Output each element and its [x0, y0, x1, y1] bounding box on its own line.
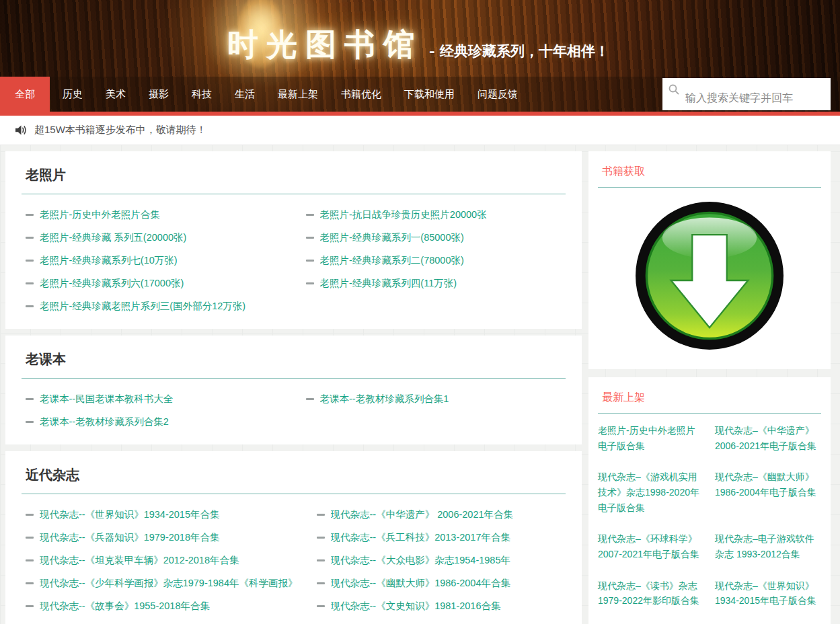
- site-header: 时光图书馆 - 经典珍藏系列，十年相伴！ 全部 历史 美术 摄影 科技 生活 最…: [0, 0, 840, 116]
- book-link[interactable]: 现代杂志--《文史知识》1981-2016合集: [331, 600, 501, 613]
- dash-icon: [26, 260, 34, 262]
- list-item: 现代杂志--《少年科学画报》杂志1979-1984年《科学画报》: [26, 577, 298, 590]
- list-item: 现代杂志--《世界知识》1934-2015年合集: [26, 508, 298, 521]
- list-item: 现代杂志--《幽默大师》1986-2004年合集: [317, 577, 568, 590]
- main-column: 老照片 老照片-历史中外老照片合集 老照片-抗日战争珍贵历史照片20000张 老…: [5, 151, 582, 624]
- list-item: 老照片-经典珍藏系列二(78000张): [306, 254, 568, 267]
- book-link[interactable]: 老照片-经典珍藏系列二(78000张): [320, 254, 464, 267]
- main-nav: 全部 历史 美术 摄影 科技 生活 最新上架 书籍优化 下载和使用 问题反馈: [0, 77, 840, 116]
- book-link[interactable]: 现代杂志--《中华遗产》 2006-2021年合集: [331, 508, 514, 521]
- book-link[interactable]: 老照片-经典珍藏系列七(10万张): [40, 254, 178, 267]
- section-title: 老照片: [26, 166, 567, 184]
- section-divider: [22, 194, 566, 194]
- dash-icon: [317, 537, 325, 539]
- dash-icon: [26, 514, 34, 516]
- list-item: 现代杂志--《坦克装甲车辆》2012-2018年合集: [26, 554, 298, 567]
- nav-item-life[interactable]: 生活: [225, 77, 265, 112]
- dash-icon: [26, 421, 34, 423]
- dash-icon: [317, 559, 325, 561]
- latest-link[interactable]: 现代杂志–《游戏机实用技术》杂志1998-2020年电子版合集: [598, 469, 704, 515]
- search-icon: [669, 84, 679, 95]
- book-link[interactable]: 老照片-经典珍藏 系列五(20000张): [40, 231, 186, 244]
- nav-item-download-usage[interactable]: 下载和使用: [394, 77, 465, 112]
- list-item: 老课本--民国老课本教科书大全: [26, 393, 287, 405]
- list-item: 老照片-抗日战争珍贵历史照片20000张: [306, 208, 568, 221]
- content-area: 老照片 老照片-历史中外老照片合集 老照片-抗日战争珍贵历史照片20000张 老…: [0, 145, 840, 624]
- announcement-bar: 超15W本书籍逐步发布中，敬请期待！: [0, 116, 840, 145]
- dash-icon: [26, 237, 34, 239]
- site-title: 时光图书馆: [227, 24, 422, 66]
- section-old-photos: 老照片 老照片-历史中外老照片合集 老照片-抗日战争珍贵历史照片20000张 老…: [5, 151, 582, 329]
- nav-item-book-optimize[interactable]: 书籍优化: [331, 77, 391, 112]
- list-item: 老课本--老教材珍藏系列合集1: [306, 393, 568, 405]
- nav-item-history[interactable]: 历史: [52, 77, 93, 112]
- book-link[interactable]: 现代杂志--《幽默大师》1986-2004年合集: [331, 577, 511, 590]
- book-link[interactable]: 现代杂志--《坦克装甲车辆》2012-2018年合集: [40, 554, 239, 567]
- book-link[interactable]: 现代杂志--《故事会》1955-2018年合集: [40, 600, 210, 613]
- book-link[interactable]: 老课本--民国老课本教科书大全: [40, 393, 173, 405]
- list-item: 老照片-经典珍藏系列四(11万张): [306, 277, 568, 290]
- book-link[interactable]: 现代杂志--《兵器知识》1979-2018年合集: [40, 531, 220, 544]
- list-item: 现代杂志--《大众电影》杂志1954-1985年: [317, 554, 568, 567]
- list-item: 现代杂志--《兵工科技》2013-2017年合集: [317, 531, 568, 544]
- brand: 时光图书馆 - 经典珍藏系列，十年相伴！: [227, 24, 609, 66]
- latest-link[interactable]: 现代杂志–《幽默大师》1986-2004年电子版合集: [715, 469, 821, 515]
- nav-item-photography[interactable]: 摄影: [139, 77, 179, 112]
- dash-icon: [317, 582, 325, 584]
- book-link[interactable]: 老照片-经典珍藏系列六(17000张): [40, 277, 184, 290]
- dash-icon: [26, 398, 34, 400]
- latest-link[interactable]: 老照片-历史中外老照片电子版合集: [598, 423, 704, 453]
- list-item: 现代杂志--《文史知识》1981-2016合集: [317, 600, 568, 613]
- book-link[interactable]: 现代杂志--《大众电影》杂志1954-1985年: [331, 554, 511, 567]
- section-link-grid: 老照片-历史中外老照片合集 老照片-抗日战争珍贵历史照片20000张 老照片-经…: [20, 198, 567, 313]
- book-link[interactable]: 老照片-经典珍藏系列四(11万张): [320, 277, 457, 290]
- sidebar-card-new-arrivals: 最新上架 老照片-历史中外老照片电子版合集 现代杂志–《中华遗产》2006-20…: [588, 377, 831, 624]
- book-link[interactable]: 现代杂志--《少年科学画报》杂志1979-1984年《科学画报》: [40, 577, 298, 590]
- list-item: 老照片-经典珍藏系列一(85000张): [306, 231, 568, 244]
- book-link[interactable]: 老照片-抗日战争珍贵历史照片20000张: [320, 208, 487, 221]
- search-input[interactable]: [662, 78, 831, 110]
- sidebar-divider: [598, 413, 821, 414]
- section-title: 老课本: [26, 350, 567, 368]
- latest-link[interactable]: 现代杂志–电子游戏软件杂志 1993-2012合集: [715, 531, 821, 561]
- book-link[interactable]: 现代杂志--《世界知识》1934-2015年合集: [40, 508, 220, 521]
- list-item: 老照片-历史中外老照片合集: [26, 208, 287, 221]
- nav-item-technology[interactable]: 科技: [182, 77, 222, 112]
- section-link-grid: 老课本--民国老课本教科书大全 老课本--老教材珍藏系列合集1 老课本--老教材…: [20, 383, 567, 428]
- latest-link[interactable]: 现代杂志–《读书》杂志1979-2022年影印版合集: [598, 578, 704, 609]
- list-item: 现代杂志--《中华遗产》 2006-2021年合集: [317, 508, 568, 521]
- nav-item-all[interactable]: 全部: [0, 77, 50, 112]
- nav-item-feedback[interactable]: 问题反馈: [467, 77, 528, 112]
- latest-link[interactable]: 现代杂志–《环球科学》2007-2021年电子版合集: [598, 531, 704, 561]
- nav-item-art[interactable]: 美术: [96, 77, 136, 112]
- book-link[interactable]: 现代杂志--《兵工科技》2013-2017年合集: [331, 531, 511, 544]
- book-link[interactable]: 老照片-历史中外老照片合集: [40, 208, 160, 221]
- book-link[interactable]: 老照片-经典珍藏老照片系列三(国外部分12万张): [40, 300, 245, 313]
- dash-icon: [26, 214, 34, 216]
- list-item: 老课本--老教材珍藏系列合集2: [26, 416, 287, 428]
- sidebar-card-title: 书籍获取: [602, 165, 821, 179]
- site-subtitle: - 经典珍藏系列，十年相伴！: [429, 42, 609, 61]
- list-item: 老照片-经典珍藏系列六(17000张): [26, 277, 287, 290]
- section-divider: [22, 378, 566, 379]
- dash-icon: [306, 398, 314, 400]
- dash-icon: [26, 537, 34, 539]
- book-link[interactable]: 老课本--老教材珍藏系列合集2: [40, 416, 169, 428]
- sidebar-card-book-download: 书籍获取: [588, 151, 831, 369]
- download-arrow-icon[interactable]: [631, 197, 788, 354]
- nav-item-new-arrivals[interactable]: 最新上架: [268, 77, 328, 112]
- search-box: [662, 78, 831, 110]
- latest-link[interactable]: 现代杂志–《中华遗产》2006-2021年电子版合集: [715, 423, 821, 453]
- book-link[interactable]: 老照片-经典珍藏系列一(85000张): [320, 231, 464, 244]
- book-link[interactable]: 老课本--老教材珍藏系列合集1: [320, 393, 449, 405]
- dash-icon: [317, 514, 325, 516]
- list-item: 现代杂志--《兵器知识》1979-2018年合集: [26, 531, 298, 544]
- dash-icon: [306, 237, 314, 239]
- sidebar: 书籍获取: [588, 151, 831, 624]
- latest-link[interactable]: 现代杂志–《世界知识》1934-2015年电子版合集: [715, 578, 821, 609]
- download-wrap: [598, 193, 821, 356]
- dash-icon: [306, 214, 314, 216]
- section-divider: [22, 494, 566, 494]
- sidebar-divider: [598, 187, 821, 188]
- section-old-textbooks: 老课本 老课本--民国老课本教科书大全 老课本--老教材珍藏系列合集1 老课本-…: [5, 336, 582, 444]
